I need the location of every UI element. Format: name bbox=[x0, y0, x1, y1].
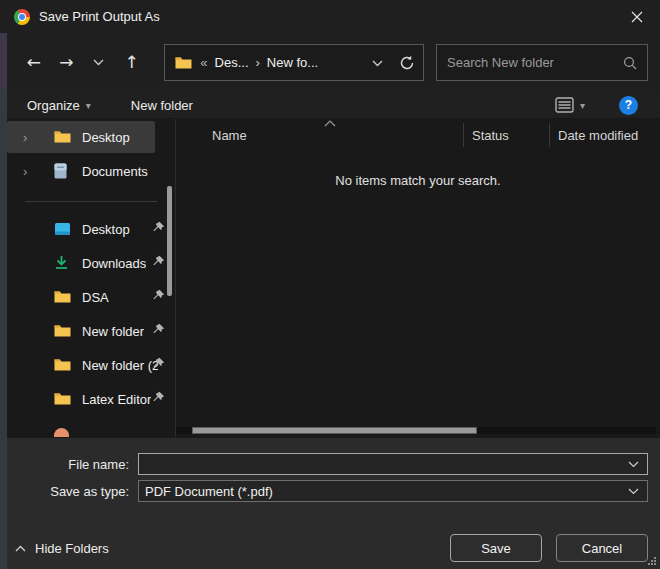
sidebar-item-downloads[interactable]: Downloads bbox=[7, 246, 175, 280]
sidebar-tree-documents[interactable]: › Documents bbox=[7, 155, 175, 187]
folder-icon bbox=[54, 130, 71, 144]
question-mark-icon: ? bbox=[625, 98, 632, 112]
empty-list-message: No items match your search. bbox=[176, 173, 660, 188]
sidebar-scrollbar[interactable] bbox=[167, 186, 172, 296]
new-folder-button[interactable]: New folder bbox=[131, 98, 193, 113]
search-box bbox=[436, 44, 648, 81]
sidebar-item-desktop[interactable]: Desktop bbox=[7, 212, 175, 246]
pin-icon bbox=[152, 289, 165, 302]
sidebar-item-label: Downloads bbox=[82, 256, 146, 271]
save-button[interactable]: Save bbox=[450, 534, 542, 562]
column-header-name[interactable]: Name bbox=[176, 123, 463, 147]
sidebar-item-label: Latex Editor bbox=[82, 392, 151, 407]
refresh-icon bbox=[399, 55, 415, 71]
list-view-icon bbox=[555, 97, 574, 113]
dialog-footer: File name: Save as type: PDF Document (*… bbox=[0, 437, 660, 569]
save-as-type-select[interactable]: PDF Document (*.pdf) bbox=[138, 480, 648, 502]
refresh-button[interactable] bbox=[399, 55, 415, 71]
list-header: Name Status Date modified bbox=[176, 119, 660, 151]
dialog-body: › Desktop › bbox=[0, 119, 660, 437]
navigation-pane: › Desktop › bbox=[7, 119, 176, 437]
back-arrow-icon: ← bbox=[27, 54, 41, 71]
save-dialog-window: Save Print Output As ← → ↑ « bbox=[0, 0, 660, 569]
organize-label: Organize bbox=[27, 98, 80, 113]
pin-icon bbox=[152, 357, 165, 370]
column-header-date-modified[interactable]: Date modified bbox=[549, 123, 660, 147]
sidebar-separator bbox=[25, 201, 157, 202]
close-icon bbox=[631, 11, 643, 23]
search-icon bbox=[623, 56, 637, 70]
chevron-right-icon[interactable]: › bbox=[23, 164, 35, 179]
help-button[interactable]: ? bbox=[619, 96, 638, 115]
pin-icon bbox=[152, 323, 165, 336]
file-list: Name Status Date modified No items match… bbox=[176, 119, 660, 437]
background-window-edge bbox=[0, 33, 7, 569]
address-bar[interactable]: « Des... › New fo... bbox=[164, 44, 424, 81]
sidebar-item-latex-editor[interactable]: Latex Editor bbox=[7, 382, 175, 416]
folder-icon bbox=[54, 290, 71, 304]
sidebar-item-new-folder[interactable]: New folder bbox=[7, 314, 175, 348]
folder-icon bbox=[54, 358, 71, 372]
horizontal-scrollbar-track[interactable] bbox=[176, 427, 656, 434]
up-button[interactable]: ↑ bbox=[120, 49, 144, 77]
command-toolbar: Organize ▾ New folder ▾ ? bbox=[0, 92, 660, 119]
pin-icon bbox=[152, 221, 165, 234]
chevron-down-icon bbox=[628, 488, 639, 495]
save-as-type-value: PDF Document (*.pdf) bbox=[145, 484, 628, 499]
sidebar-item-dsa[interactable]: DSA bbox=[7, 280, 175, 314]
chrome-logo-icon bbox=[14, 9, 30, 25]
sidebar-item-label: Desktop bbox=[82, 130, 130, 145]
view-options-button[interactable]: ▾ bbox=[555, 97, 585, 113]
sidebar-item-label: Documents bbox=[82, 164, 148, 179]
sort-ascending-icon bbox=[324, 120, 336, 127]
cancel-button[interactable]: Cancel bbox=[556, 534, 648, 562]
title-bar: Save Print Output As bbox=[0, 0, 660, 33]
chevron-up-icon bbox=[15, 545, 26, 552]
sidebar-item-label: DSA bbox=[82, 290, 109, 305]
chevron-down-icon[interactable] bbox=[628, 461, 639, 468]
breadcrumb-segment-newfolder[interactable]: New fo... bbox=[267, 55, 318, 70]
window-title: Save Print Output As bbox=[39, 9, 160, 24]
sidebar-item-partial-icon bbox=[54, 428, 69, 437]
horizontal-scrollbar-thumb[interactable] bbox=[192, 427, 477, 434]
file-name-label: File name: bbox=[7, 457, 138, 472]
breadcrumb-overflow[interactable]: « bbox=[200, 55, 207, 70]
up-arrow-icon: ↑ bbox=[124, 54, 138, 71]
column-header-status[interactable]: Status bbox=[463, 123, 549, 147]
chevron-right-icon[interactable]: › bbox=[23, 130, 35, 145]
sidebar-item-new-folder-2[interactable]: New folder (2 bbox=[7, 348, 175, 382]
folder-icon bbox=[54, 392, 71, 406]
sidebar-item-label: New folder bbox=[82, 324, 144, 339]
sidebar-tree-desktop[interactable]: › Desktop bbox=[7, 121, 155, 153]
document-icon bbox=[54, 163, 67, 179]
desktop-monitor-icon bbox=[54, 222, 71, 237]
resize-grip[interactable] bbox=[647, 556, 657, 566]
forward-button[interactable]: → bbox=[55, 49, 79, 77]
folder-icon bbox=[175, 56, 192, 70]
pin-icon bbox=[152, 255, 165, 268]
chevron-down-icon bbox=[93, 59, 104, 66]
file-name-combobox bbox=[138, 453, 648, 475]
forward-arrow-icon: → bbox=[59, 54, 73, 71]
organize-button[interactable]: Organize ▾ bbox=[27, 98, 91, 113]
back-button[interactable]: ← bbox=[22, 49, 46, 77]
hide-folders-label: Hide Folders bbox=[35, 541, 109, 556]
breadcrumb-segment-desktop[interactable]: Des... bbox=[215, 55, 249, 70]
sidebar-item-label: Desktop bbox=[82, 222, 130, 237]
hide-folders-button[interactable]: Hide Folders bbox=[15, 541, 109, 556]
downloads-arrow-icon bbox=[54, 255, 69, 271]
recent-locations-button[interactable] bbox=[87, 49, 111, 77]
navigation-bar: ← → ↑ « Des... › New fo... bbox=[0, 33, 660, 92]
search-input[interactable] bbox=[447, 55, 623, 70]
save-as-type-label: Save as type: bbox=[7, 484, 138, 499]
close-button[interactable] bbox=[614, 0, 660, 33]
caret-down-icon: ▾ bbox=[86, 100, 91, 111]
new-folder-label: New folder bbox=[131, 98, 193, 113]
chevron-down-icon bbox=[372, 60, 383, 67]
address-dropdown-button[interactable] bbox=[372, 55, 383, 70]
file-name-input[interactable] bbox=[145, 455, 628, 473]
breadcrumb-separator-icon: › bbox=[256, 55, 260, 70]
folder-icon bbox=[54, 324, 71, 338]
pin-icon bbox=[152, 391, 165, 404]
sidebar-item-label: New folder (2 bbox=[82, 358, 158, 373]
